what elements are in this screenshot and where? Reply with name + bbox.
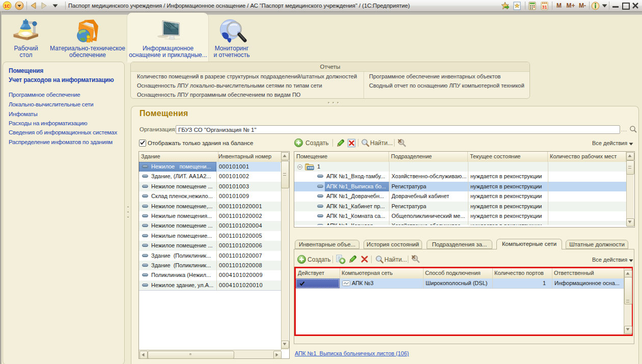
- svg-text:1С: 1С: [4, 4, 10, 9]
- svg-text:31: 31: [542, 5, 547, 10]
